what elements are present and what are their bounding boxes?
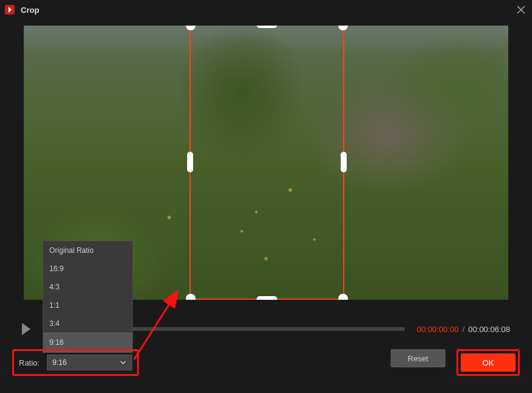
ok-button-highlight: OK [456, 349, 520, 376]
ok-button[interactable]: OK [461, 353, 516, 372]
crop-handle-right[interactable] [341, 152, 347, 172]
time-display: 00:00:00:00 / 00:00:06:08 [417, 325, 510, 334]
crop-handle-top[interactable] [257, 26, 277, 28]
crop-handle-bottom[interactable] [257, 296, 277, 300]
ratio-select-value: 9:16 [52, 358, 66, 367]
crop-handle-left[interactable] [187, 152, 193, 172]
ratio-option-1-1[interactable]: 1:1 [43, 296, 132, 314]
app-icon [5, 5, 15, 15]
ratio-dropdown-menu[interactable]: Original Ratio 16:9 4:3 1:1 3:4 9:16 [43, 241, 133, 353]
ratio-option-original[interactable]: Original Ratio [43, 241, 132, 260]
ratio-option-3-4[interactable]: 3:4 [43, 314, 132, 333]
ratio-label: Ratio: [19, 358, 40, 367]
ratio-control-group: Ratio: 9:16 [12, 349, 139, 376]
chevron-down-icon [119, 359, 127, 366]
crop-handle-bottom-right[interactable] [338, 294, 348, 300]
close-button[interactable] [515, 4, 527, 16]
titlebar: Crop [0, 0, 532, 19]
current-time: 00:00:00:00 [417, 325, 459, 334]
window-title: Crop [21, 5, 39, 15]
close-icon [516, 5, 526, 15]
crop-handle-bottom-left[interactable] [186, 294, 196, 300]
play-button[interactable] [22, 323, 30, 335]
ratio-select[interactable]: 9:16 [47, 355, 132, 370]
total-time: 00:00:06:08 [468, 325, 510, 334]
reset-button[interactable]: Reset [391, 349, 445, 367]
bottom-controls: Ratio: 9:16 Reset OK [0, 347, 532, 378]
ratio-option-16-9[interactable]: 16:9 [43, 260, 132, 278]
action-buttons: Reset OK [391, 349, 520, 376]
time-separator: / [463, 325, 465, 334]
ratio-option-4-3[interactable]: 4:3 [43, 278, 132, 296]
